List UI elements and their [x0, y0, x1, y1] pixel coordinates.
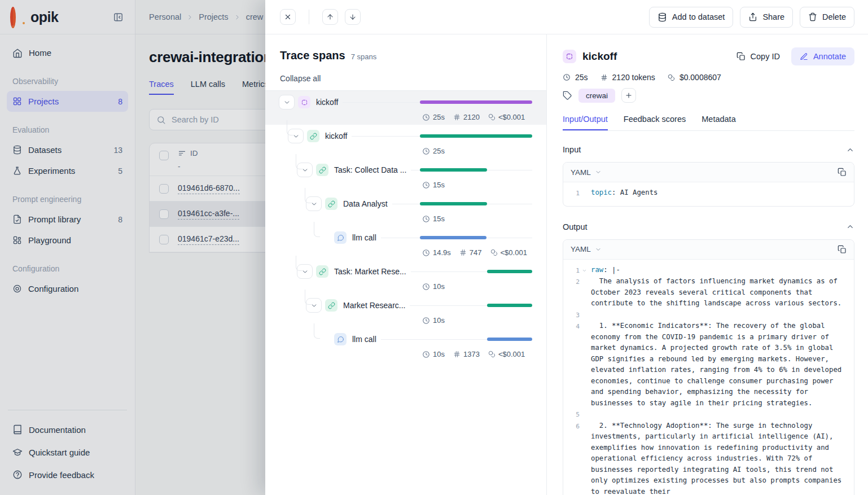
span-duration-value: 10s [433, 282, 445, 291]
output-format-select[interactable]: YAML [571, 245, 591, 253]
previous-trace-button[interactable] [322, 9, 338, 25]
link-icon [316, 164, 328, 176]
code-text: The analysis of factors influencing mark… [589, 276, 847, 309]
line-number: 3 [568, 309, 580, 321]
toolbar-divider [309, 10, 309, 24]
annotate-label: Annotate [813, 52, 846, 61]
span-cost-value: <$0.001 [498, 113, 525, 121]
add-to-dataset-button[interactable]: Add to dataset [649, 7, 734, 28]
copy-input-button[interactable] [838, 168, 847, 177]
tree-connector [305, 290, 311, 305]
tree-connector [305, 188, 311, 203]
copy-id-button[interactable]: Copy ID [732, 49, 784, 64]
clock-icon [422, 147, 430, 155]
collapse-output-icon[interactable] [846, 222, 854, 231]
delete-button[interactable]: Delete [800, 7, 854, 28]
duration-bar [487, 338, 532, 341]
span-tree-row[interactable]: kickoff25s2120<$0.001 [265, 91, 546, 125]
arrow-up-icon [326, 13, 334, 21]
span-tree-row[interactable]: Market Researc...10s [265, 294, 546, 328]
chevron-down-icon [595, 169, 602, 176]
span-tree-row[interactable]: llm call10s1373<$0.001 [265, 328, 546, 362]
code-text [589, 409, 847, 420]
timeline-track [420, 338, 532, 341]
span-duration-value: 25s [433, 147, 445, 155]
duration-bar [420, 236, 486, 239]
span-label: llm call [347, 335, 376, 344]
span-label: kickoff [310, 98, 338, 107]
copy-output-button[interactable] [838, 245, 847, 254]
span-tree-row[interactable]: llm call14.9s747<$0.001 [265, 226, 546, 260]
span-duration: 10s [422, 316, 445, 325]
plus-icon [625, 91, 633, 99]
input-format-select[interactable]: YAML [571, 168, 591, 177]
span-duration: 15s [422, 181, 445, 189]
span-duration: 25s [422, 147, 445, 155]
collapse-input-icon[interactable] [846, 146, 854, 154]
span-cost-value: <$0.001 [501, 248, 527, 257]
duration-bar [487, 304, 532, 307]
detail-tab-feedback-scores[interactable]: Feedback scores [624, 115, 686, 130]
span-tokens: 747 [459, 248, 482, 257]
timeline-track [420, 304, 532, 307]
chat-icon [334, 231, 347, 244]
chevron-down-icon [595, 246, 602, 253]
spans-count: 7 spans [351, 52, 377, 61]
coins-icon [488, 351, 496, 358]
timeline-track [420, 202, 532, 205]
collapse-span-button[interactable] [279, 95, 295, 109]
tags-row: crewai [563, 88, 854, 103]
add-to-dataset-label: Add to dataset [672, 12, 725, 21]
chat-icon [334, 333, 347, 345]
span-row-meta: 25s [422, 144, 532, 157]
duration-bar [420, 168, 487, 172]
tag-pill[interactable]: crewai [578, 89, 615, 103]
code-text: topic: AI Agents [589, 187, 847, 199]
code-line: 3 [568, 309, 847, 321]
timeline-track [420, 168, 532, 172]
span-tree-row[interactable]: Data Analyst15s [265, 192, 546, 226]
detail-tab-metadata[interactable]: Metadata [702, 115, 735, 130]
span-tokens: 2120 [453, 113, 480, 121]
span-tree-row[interactable]: kickoff25s [265, 125, 546, 159]
detail-tab-input-output[interactable]: Input/Output [563, 115, 608, 130]
fold-chevron-icon[interactable] [580, 265, 589, 277]
hash-icon [459, 249, 467, 256]
timeline-track [420, 134, 532, 138]
arrow-down-icon [349, 13, 357, 21]
span-row-meta: 25s2120<$0.001 [422, 111, 532, 124]
span-tree-row[interactable]: Task: Collect Data ...15s [265, 159, 546, 192]
fold-spacer [580, 409, 589, 420]
share-button[interactable]: Share [740, 7, 793, 28]
span-duration: 25s [422, 113, 445, 121]
sheet-toolbar: Add to dataset Share Delete [265, 0, 868, 34]
close-button[interactable] [280, 9, 296, 25]
span-tokens: 1373 [453, 350, 480, 358]
span-tree-row[interactable]: Task: Market Rese...10s [265, 260, 546, 294]
collapse-all-link[interactable]: Collapse all [280, 74, 321, 83]
span-row-meta: 10s [422, 280, 532, 293]
duration-bar [420, 202, 487, 205]
span-label: Market Researc... [337, 301, 405, 310]
share-icon [748, 12, 757, 21]
clock-icon [422, 249, 430, 257]
link-icon [325, 299, 337, 312]
span-label: llm call [347, 233, 376, 242]
span-tokens-value: 1373 [463, 350, 480, 358]
coins-icon [668, 74, 675, 81]
clock-icon [422, 317, 430, 325]
clock-icon [422, 215, 430, 223]
annotate-button[interactable]: Annotate [791, 47, 854, 65]
line-number: 6 [568, 420, 580, 495]
code-line: 2 The analysis of factors influencing ma… [568, 276, 847, 309]
code-line: 1topic: AI Agents [568, 187, 847, 199]
close-icon [284, 13, 292, 21]
timeline-track [420, 236, 532, 239]
coins-icon [488, 113, 496, 121]
span-cost: <$0.001 [490, 248, 527, 257]
tree-connector [287, 120, 293, 135]
next-trace-button[interactable] [345, 9, 361, 25]
output-section-title: Output [563, 222, 588, 231]
add-tag-button[interactable] [621, 88, 636, 103]
timeline-track [420, 270, 532, 273]
